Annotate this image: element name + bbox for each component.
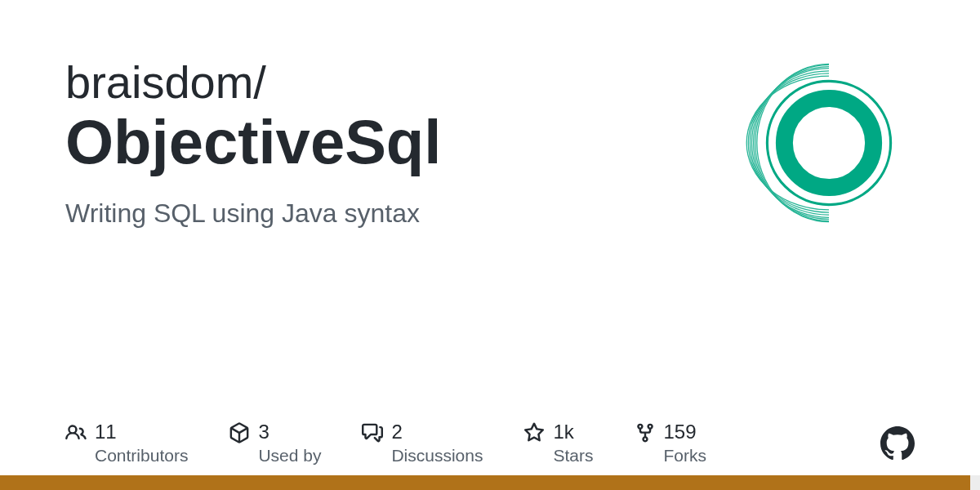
- repo-logo: [743, 57, 915, 229]
- stat-value: 159: [664, 421, 707, 444]
- stat-value: 3: [258, 421, 321, 444]
- stat-forks[interactable]: 159 Forks: [635, 421, 707, 466]
- stat-label: Contributors: [95, 446, 188, 466]
- package-icon: [229, 422, 250, 443]
- language-segment: [970, 475, 980, 490]
- github-logo-icon[interactable]: [880, 426, 915, 461]
- stat-stars[interactable]: 1k Stars: [523, 421, 593, 466]
- stats-row: 11 Contributors 3 Used by 2 Discussions: [65, 421, 915, 466]
- stat-label: Forks: [664, 446, 707, 466]
- repo-description: Writing SQL using Java syntax: [65, 198, 743, 229]
- language-segment: [0, 475, 970, 490]
- stat-usedby[interactable]: 3 Used by: [229, 421, 321, 466]
- discussion-icon: [362, 422, 383, 443]
- stat-label: Stars: [553, 446, 593, 466]
- repo-name[interactable]: ObjectiveSql: [65, 108, 743, 176]
- stat-label: Discussions: [391, 446, 483, 466]
- stat-value: 1k: [553, 421, 593, 444]
- stat-label: Used by: [258, 446, 321, 466]
- svg-point-9: [784, 98, 873, 187]
- repo-owner[interactable]: braisdom/: [65, 57, 743, 108]
- stat-discussions[interactable]: 2 Discussions: [362, 421, 483, 466]
- fork-icon: [635, 422, 656, 443]
- stat-value: 2: [391, 421, 483, 444]
- stat-contributors[interactable]: 11 Contributors: [65, 421, 188, 466]
- star-icon: [523, 422, 545, 443]
- language-bar: [0, 475, 980, 490]
- stat-value: 11: [95, 421, 188, 444]
- people-icon: [65, 422, 87, 443]
- repo-title-block: braisdom/ ObjectiveSql Writing SQL using…: [65, 57, 743, 229]
